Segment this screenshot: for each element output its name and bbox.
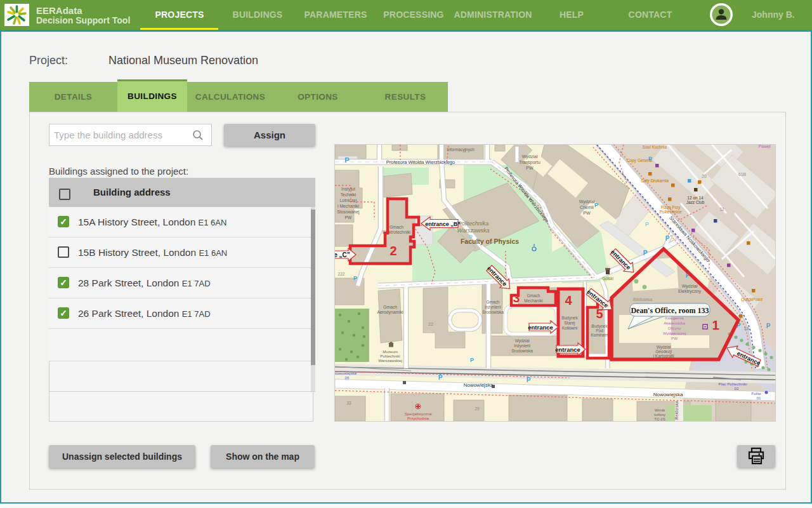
svg-text:01: 01 (757, 396, 761, 400)
svg-text:Akademicka: Akademicka (664, 321, 685, 325)
svg-text:TC-2S: TC-2S (654, 417, 665, 421)
svg-text:Transportu: Transportu (519, 160, 540, 165)
svg-text:Stosowanej: Stosowanej (337, 210, 360, 215)
svg-text:Wydawniczej: Wydawniczej (663, 331, 686, 335)
svg-text:20: 20 (702, 174, 707, 178)
svg-text:Inżynierii: Inżynierii (485, 305, 501, 310)
svg-text:P: P (594, 202, 598, 208)
svg-text:Starej: Starej (565, 321, 575, 326)
svg-text:12 on 14: 12 on 14 (687, 196, 704, 200)
svg-text:Inżynierii: Inżynierii (514, 344, 530, 349)
svg-text:Wydział: Wydział (522, 154, 538, 159)
svg-text:entrance: entrance (555, 346, 580, 353)
svg-text:Polite: Polite (751, 391, 761, 396)
svg-text:P: P (643, 250, 648, 257)
svg-text:Profesora Witolda Wierzbickieg: Profesora Witolda Wierzbickiego (386, 159, 455, 165)
svg-text:entrance „B”: entrance „B” (425, 221, 461, 227)
svg-text:P: P (470, 357, 474, 363)
svg-text:Wydział: Wydział (515, 338, 530, 344)
svg-text:Nowowiejska: Nowowiejska (464, 382, 494, 388)
svg-text:1: 1 (712, 318, 719, 332)
svg-text:Informacyjnych: Informacyjnych (447, 147, 475, 152)
svg-text:06: 06 (345, 375, 350, 380)
svg-text:P: P (353, 275, 357, 281)
svg-text:Gmach: Gmach (487, 300, 500, 304)
svg-text:Politechnika: Politechnika (458, 220, 489, 227)
svg-text:Politechnice: Politechnice (659, 210, 681, 214)
svg-text:Warszawskiej: Warszawskiej (378, 358, 402, 363)
svg-text:8A: 8A (744, 326, 750, 331)
svg-text:222: 222 (338, 272, 345, 276)
svg-text:PW: PW (345, 215, 353, 220)
svg-text:Cafe Drukarnia: Cafe Drukarnia (641, 178, 669, 183)
svg-text:Środowiska: Środowiska (482, 309, 504, 314)
svg-text:Gmach: Gmach (527, 293, 540, 298)
svg-text:P: P (344, 156, 349, 164)
svg-text:Mechaniki: Mechaniki (524, 298, 542, 303)
svg-text:Soul Kuchnia: Soul Kuchnia (643, 145, 667, 149)
svg-text:29: 29 (475, 406, 480, 411)
svg-text:Wydział: Wydział (579, 199, 595, 204)
svg-text:Instytut: Instytut (341, 187, 355, 192)
svg-text:Specjalistyczna: Specjalistyczna (405, 411, 432, 416)
svg-text:P: P (438, 374, 443, 381)
svg-text:Chemii: Chemii (580, 205, 594, 210)
svg-text:Biblioteka: Biblioteka (633, 297, 652, 302)
svg-text:e „C”: e „C” (335, 251, 350, 258)
svg-text:Wydział: Wydział (682, 284, 698, 289)
svg-text:Lotniczej: Lotniczej (340, 198, 357, 203)
svg-text:i Mechaniki: i Mechaniki (337, 204, 359, 208)
svg-text:Warszawska: Warszawska (457, 227, 490, 234)
svg-text:Nowowiejska: Nowowiejska (335, 371, 357, 375)
svg-text:Dean's Office, room 133: Dean's Office, room 133 (631, 306, 709, 315)
svg-text:Budynek: Budynek (561, 316, 578, 321)
svg-text:entrance: entrance (528, 324, 553, 331)
svg-text:Aerodynamiki: Aerodynamiki (377, 310, 403, 315)
svg-text:PW: PW (526, 166, 534, 170)
svg-text:PW: PW (671, 336, 678, 340)
svg-text:P: P (648, 156, 652, 162)
svg-text:4: 4 (565, 293, 572, 307)
svg-text:Jazz Club: Jazz Club (686, 200, 705, 204)
svg-text:Wirnik: Wirnik (655, 408, 666, 412)
svg-text:61B: 61B (738, 172, 747, 177)
svg-text:5: 5 (596, 307, 603, 321)
svg-text:Muzeum: Muzeum (383, 349, 398, 354)
svg-text:Golski: Golski (602, 276, 613, 281)
svg-text:Politechniki: Politechniki (380, 354, 400, 358)
svg-text:P: P (645, 221, 649, 227)
svg-text:Kotłowni: Kotłowni (562, 326, 578, 330)
svg-text:Paweł: Paweł (758, 145, 771, 149)
svg-text:Gmach: Gmach (383, 305, 397, 309)
svg-text:Środowiska: Środowiska (511, 348, 533, 353)
svg-text:Przychodnia: Przychodnia (407, 416, 429, 420)
svg-text:Nowowiejska: Nowowiejska (653, 392, 683, 398)
svg-text:PW: PW (583, 211, 591, 215)
svg-text:Pod: Pod (596, 328, 603, 333)
svg-text:2: 2 (390, 244, 396, 258)
svg-text:P: P (527, 377, 531, 384)
svg-text:P: P (665, 235, 670, 242)
svg-text:3: 3 (513, 291, 520, 305)
svg-text:QuickPoint: QuickPoint (741, 297, 763, 302)
svg-text:22: 22 (428, 322, 433, 326)
svg-text:Techniki: Techniki (341, 192, 357, 197)
svg-text:turbiny: turbiny (654, 413, 665, 417)
svg-text:12: 12 (719, 207, 724, 211)
svg-text:Rektorska: Rektorska (674, 401, 679, 420)
svg-text:P: P (469, 234, 473, 240)
svg-text:Kominem: Kominem (591, 333, 608, 337)
svg-text:Plac Politechniki: Plac Politechniki (718, 382, 747, 386)
svg-text:Elektryczny: Elektryczny (678, 289, 701, 294)
svg-text:Gmach: Gmach (390, 225, 403, 229)
svg-text:33: 33 (346, 401, 351, 405)
svg-text:P: P (766, 323, 771, 330)
svg-text:02: 02 (735, 386, 739, 391)
svg-text:Oficyny: Oficyny (668, 326, 682, 330)
